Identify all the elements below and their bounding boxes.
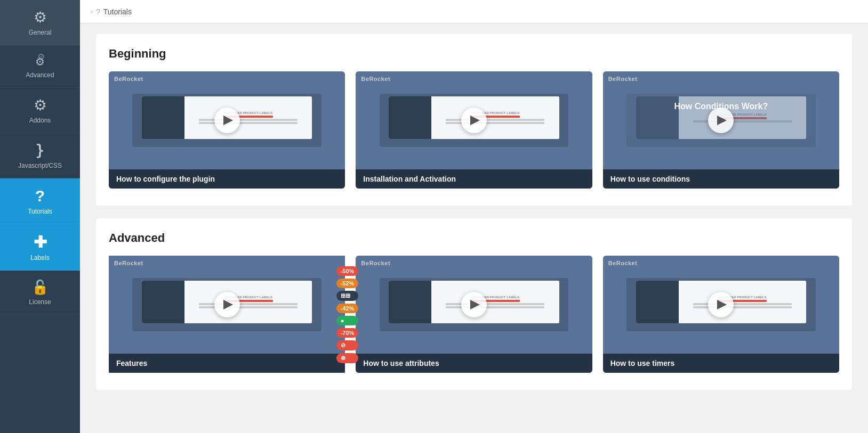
content-area: Beginning BeRocket ADVANCED PRODUCT LABE…	[80, 23, 868, 433]
sidebar-item-labels-label: Labels	[30, 254, 49, 262]
play-button-timers[interactable]	[708, 292, 734, 317]
sidebar-item-labels[interactable]: ✚ Labels	[0, 224, 80, 271]
label-badges: -50% -52% ⊞⊞ -42% ● -70% ⊘ ⊛	[336, 266, 359, 363]
breadcrumb-chevron: ›	[91, 8, 93, 15]
badge-52: -52%	[336, 279, 359, 288]
video-card-attributes[interactable]: BeRocket ADVANCED PRODUCT LABELS	[356, 256, 592, 373]
video-thumbnail-installation: BeRocket ADVANCED PRODUCT LABELS	[356, 71, 592, 169]
play-button-configure[interactable]	[214, 108, 240, 133]
sidebar-item-license-label: License	[29, 298, 51, 306]
caption-conditions: How to use conditions	[603, 169, 839, 189]
play-button-conditions[interactable]	[708, 108, 734, 133]
question-icon: ?	[35, 187, 45, 205]
sidebar-item-js-css-label: Javascript/CSS	[18, 162, 62, 169]
sidebar-item-addons[interactable]: ⚙ Addons	[0, 88, 80, 133]
sidebar-item-addons-label: Addons	[29, 117, 51, 124]
video-card-configure[interactable]: BeRocket ADVANCED PRODUCT LABELS	[109, 71, 345, 189]
brand-timers: BeRocket	[608, 260, 638, 266]
css-icon: }	[36, 142, 45, 159]
video-thumbnail-attributes: BeRocket ADVANCED PRODUCT LABELS	[356, 256, 592, 354]
breadcrumb-icon: ?	[96, 7, 100, 16]
sidebar-item-general-label: General	[29, 29, 52, 36]
video-thumbnail-conditions: BeRocket How Conditions Work? ADVANCED P…	[603, 71, 839, 169]
brand-conditions: BeRocket	[608, 76, 638, 82]
breadcrumb-text: Tutorials	[103, 7, 132, 16]
sidebar-item-advanced-label: Advanced	[26, 71, 54, 79]
plus-icon: ✚	[34, 233, 47, 251]
play-button-features[interactable]	[214, 292, 240, 317]
advanced-title: Advanced	[109, 231, 839, 245]
main-content: › ? Tutorials Beginning BeRocket ADV	[80, 0, 868, 433]
badge-star: ⊛	[336, 353, 359, 363]
play-button-installation[interactable]	[461, 108, 487, 133]
addons-icon: ⚙	[34, 96, 47, 114]
lock-icon: 🔓	[31, 279, 49, 296]
play-button-attributes[interactable]	[461, 292, 487, 317]
brand-features: BeRocket	[114, 260, 143, 266]
brand-attributes: BeRocket	[361, 260, 390, 266]
badge-70: -70%	[336, 328, 359, 338]
badge-50: -50%	[336, 266, 359, 276]
brand-configure: BeRocket	[114, 76, 143, 82]
badge-slash: ⊘	[336, 340, 359, 350]
gear-icon: ⚙	[34, 9, 47, 26]
badge-42: -42%	[336, 304, 359, 313]
beginning-video-grid: BeRocket ADVANCED PRODUCT LABELS	[109, 71, 839, 189]
sidebar-item-license[interactable]: 🔓 License	[0, 271, 80, 315]
breadcrumb: › ? Tutorials	[80, 0, 868, 23]
gear-double-icon: ⚙ ⚙	[35, 54, 45, 69]
video-card-installation[interactable]: BeRocket ADVANCED PRODUCT LABELS	[356, 71, 592, 189]
beginning-section: Beginning BeRocket ADVANCED PRODUCT LABE…	[96, 34, 852, 206]
video-card-timers[interactable]: BeRocket ADVANCED PRODUCT LABELS	[603, 256, 839, 373]
advanced-section: Advanced BeRocket ADVANCED PRODUCT LABEL…	[96, 218, 852, 390]
caption-features: Features	[109, 354, 345, 373]
badge-grid: ⊞⊞	[336, 291, 359, 301]
sidebar-item-advanced[interactable]: ⚙ ⚙ Advanced	[0, 45, 80, 88]
brand-installation: BeRocket	[361, 76, 390, 82]
caption-timers: How to use timers	[603, 354, 839, 373]
badge-dot: ●	[336, 316, 359, 325]
sidebar-item-tutorials-label: Tutorials	[28, 208, 52, 215]
advanced-video-grid: BeRocket ADVANCED PRODUCT LABELS	[109, 256, 839, 373]
beginning-title: Beginning	[109, 47, 839, 61]
video-card-features[interactable]: BeRocket ADVANCED PRODUCT LABELS	[109, 256, 345, 373]
caption-attributes: How to use attributes	[356, 354, 592, 373]
sidebar-item-tutorials[interactable]: ? Tutorials	[0, 178, 80, 224]
caption-configure: How to configure the plugin	[109, 169, 345, 189]
sidebar-item-javascript-css[interactable]: } Javascript/CSS	[0, 133, 80, 178]
video-thumbnail-features: BeRocket ADVANCED PRODUCT LABELS	[109, 256, 345, 354]
caption-installation: Installation and Activation	[356, 169, 592, 189]
video-card-conditions[interactable]: BeRocket How Conditions Work? ADVANCED P…	[603, 71, 839, 189]
sidebar: ⚙ General ⚙ ⚙ Advanced ⚙ Addons } Javasc…	[0, 0, 80, 433]
video-thumbnail-configure: BeRocket ADVANCED PRODUCT LABELS	[109, 71, 345, 169]
video-thumbnail-timers: BeRocket ADVANCED PRODUCT LABELS	[603, 256, 839, 354]
sidebar-item-general[interactable]: ⚙ General	[0, 0, 80, 45]
